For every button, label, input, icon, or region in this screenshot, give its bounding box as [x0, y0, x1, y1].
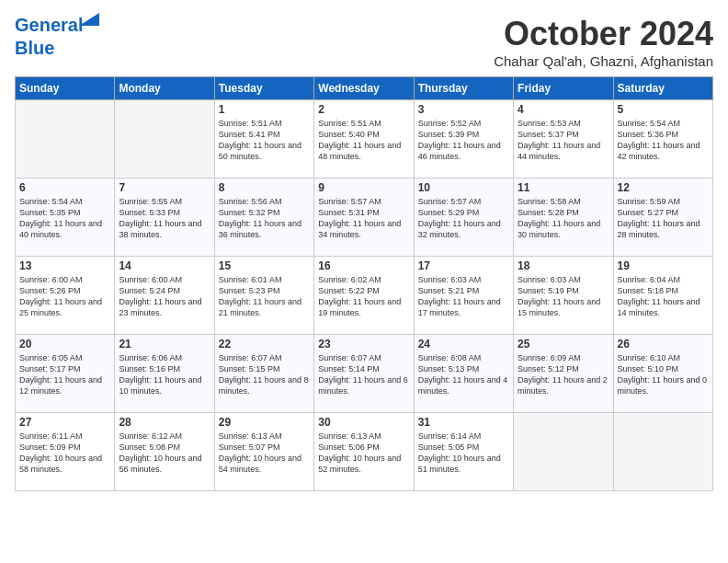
day-number: 22 — [219, 338, 310, 350]
day-number: 27 — [19, 416, 110, 429]
day-header-sunday: Sunday — [16, 77, 115, 100]
calendar-cell — [514, 413, 613, 491]
calendar-week-5: 27Sunrise: 6:11 AMSunset: 5:09 PMDayligh… — [16, 413, 713, 491]
svg-marker-0 — [79, 13, 99, 26]
calendar-cell: 5Sunrise: 5:54 AMSunset: 5:36 PMDaylight… — [613, 100, 712, 178]
day-info: Sunrise: 6:13 AMSunset: 5:07 PMDaylight:… — [219, 431, 310, 476]
day-number: 18 — [518, 259, 609, 272]
logo: General Blue — [15, 15, 83, 59]
calendar-cell: 22Sunrise: 6:07 AMSunset: 5:15 PMDayligh… — [214, 335, 313, 413]
calendar-cell: 19Sunrise: 6:04 AMSunset: 5:18 PMDayligh… — [613, 257, 712, 335]
day-info: Sunrise: 6:12 AMSunset: 5:08 PMDaylight:… — [119, 431, 210, 476]
calendar-cell: 31Sunrise: 6:14 AMSunset: 5:05 PMDayligh… — [414, 413, 513, 491]
day-number: 9 — [318, 181, 409, 194]
calendar-cell: 10Sunrise: 5:57 AMSunset: 5:29 PMDayligh… — [414, 178, 513, 257]
calendar-cell: 18Sunrise: 6:03 AMSunset: 5:19 PMDayligh… — [514, 257, 613, 335]
day-info: Sunrise: 6:04 AMSunset: 5:18 PMDaylight:… — [618, 274, 709, 319]
day-info: Sunrise: 5:59 AMSunset: 5:27 PMDaylight:… — [618, 196, 709, 241]
day-info: Sunrise: 5:53 AMSunset: 5:37 PMDaylight:… — [518, 118, 609, 163]
day-info: Sunrise: 5:52 AMSunset: 5:39 PMDaylight:… — [418, 118, 509, 163]
day-info: Sunrise: 5:57 AMSunset: 5:31 PMDaylight:… — [318, 196, 409, 241]
day-number: 20 — [19, 338, 110, 350]
calendar-cell: 4Sunrise: 5:53 AMSunset: 5:37 PMDaylight… — [514, 100, 613, 178]
day-number: 24 — [418, 338, 509, 350]
day-info: Sunrise: 6:05 AMSunset: 5:17 PMDaylight:… — [19, 352, 110, 397]
day-info: Sunrise: 5:55 AMSunset: 5:33 PMDaylight:… — [119, 196, 210, 241]
day-number: 12 — [618, 181, 709, 194]
day-number: 28 — [119, 416, 210, 429]
calendar-cell: 13Sunrise: 6:00 AMSunset: 5:26 PMDayligh… — [16, 257, 115, 335]
day-info: Sunrise: 6:03 AMSunset: 5:19 PMDaylight:… — [518, 274, 609, 319]
logo-blue: Blue — [15, 38, 54, 58]
calendar-week-3: 13Sunrise: 6:00 AMSunset: 5:26 PMDayligh… — [16, 257, 713, 335]
day-info: Sunrise: 5:54 AMSunset: 5:36 PMDaylight:… — [618, 118, 709, 163]
location: Chahar Qal'ah, Ghazni, Afghanistan — [494, 53, 713, 69]
calendar-cell: 17Sunrise: 6:03 AMSunset: 5:21 PMDayligh… — [414, 257, 513, 335]
day-info: Sunrise: 6:02 AMSunset: 5:22 PMDaylight:… — [318, 274, 409, 319]
day-number: 2 — [318, 103, 409, 116]
day-number: 29 — [219, 416, 310, 429]
calendar-cell — [115, 100, 214, 178]
calendar-cell: 30Sunrise: 6:13 AMSunset: 5:06 PMDayligh… — [314, 413, 414, 491]
day-number: 30 — [318, 416, 409, 429]
day-number: 10 — [418, 181, 509, 194]
calendar-week-4: 20Sunrise: 6:05 AMSunset: 5:17 PMDayligh… — [16, 335, 713, 413]
calendar-cell: 27Sunrise: 6:11 AMSunset: 5:09 PMDayligh… — [16, 413, 115, 491]
calendar-cell — [16, 100, 115, 178]
calendar-header-row: SundayMondayTuesdayWednesdayThursdayFrid… — [16, 77, 713, 100]
day-info: Sunrise: 6:01 AMSunset: 5:23 PMDaylight:… — [219, 274, 310, 319]
day-info: Sunrise: 6:07 AMSunset: 5:15 PMDaylight:… — [219, 352, 310, 397]
calendar-cell: 12Sunrise: 5:59 AMSunset: 5:27 PMDayligh… — [613, 178, 712, 257]
calendar-table: SundayMondayTuesdayWednesdayThursdayFrid… — [15, 76, 713, 491]
calendar-cell: 7Sunrise: 5:55 AMSunset: 5:33 PMDaylight… — [115, 178, 214, 257]
day-number: 8 — [219, 181, 310, 194]
day-info: Sunrise: 6:13 AMSunset: 5:06 PMDaylight:… — [318, 431, 409, 476]
day-info: Sunrise: 6:10 AMSunset: 5:10 PMDaylight:… — [618, 352, 709, 397]
calendar-cell: 2Sunrise: 5:51 AMSunset: 5:40 PMDaylight… — [314, 100, 414, 178]
day-info: Sunrise: 5:54 AMSunset: 5:35 PMDaylight:… — [19, 196, 110, 241]
day-info: Sunrise: 5:58 AMSunset: 5:28 PMDaylight:… — [518, 196, 609, 241]
page-header: General Blue October 2024 Chahar Qal'ah,… — [15, 15, 713, 69]
day-number: 3 — [418, 103, 509, 116]
logo-wing-icon — [79, 13, 99, 26]
day-number: 11 — [518, 181, 609, 194]
calendar-cell: 3Sunrise: 5:52 AMSunset: 5:39 PMDaylight… — [414, 100, 513, 178]
day-number: 13 — [19, 259, 110, 272]
day-header-thursday: Thursday — [414, 77, 513, 100]
day-number: 17 — [418, 259, 509, 272]
day-number: 26 — [618, 338, 709, 350]
day-number: 23 — [318, 338, 409, 350]
calendar-cell: 11Sunrise: 5:58 AMSunset: 5:28 PMDayligh… — [514, 178, 613, 257]
calendar-cell: 8Sunrise: 5:56 AMSunset: 5:32 PMDaylight… — [214, 178, 313, 257]
day-number: 19 — [618, 259, 709, 272]
calendar-cell: 29Sunrise: 6:13 AMSunset: 5:07 PMDayligh… — [214, 413, 313, 491]
day-number: 15 — [219, 259, 310, 272]
day-number: 25 — [518, 338, 609, 350]
day-number: 4 — [518, 103, 609, 116]
day-info: Sunrise: 6:06 AMSunset: 5:16 PMDaylight:… — [119, 352, 210, 397]
day-info: Sunrise: 6:11 AMSunset: 5:09 PMDaylight:… — [19, 431, 110, 476]
day-info: Sunrise: 6:00 AMSunset: 5:26 PMDaylight:… — [19, 274, 110, 319]
title-block: October 2024 Chahar Qal'ah, Ghazni, Afgh… — [494, 15, 713, 69]
day-number: 7 — [119, 181, 210, 194]
calendar-cell — [613, 413, 712, 491]
day-number: 21 — [119, 338, 210, 350]
calendar-cell: 16Sunrise: 6:02 AMSunset: 5:22 PMDayligh… — [314, 257, 414, 335]
day-header-tuesday: Tuesday — [214, 77, 313, 100]
day-header-saturday: Saturday — [613, 77, 712, 100]
month-title: October 2024 — [494, 15, 713, 53]
calendar-cell: 6Sunrise: 5:54 AMSunset: 5:35 PMDaylight… — [16, 178, 115, 257]
calendar-cell: 24Sunrise: 6:08 AMSunset: 5:13 PMDayligh… — [414, 335, 513, 413]
day-number: 14 — [119, 259, 210, 272]
day-number: 1 — [219, 103, 310, 116]
day-info: Sunrise: 5:56 AMSunset: 5:32 PMDaylight:… — [219, 196, 310, 241]
calendar-cell: 1Sunrise: 5:51 AMSunset: 5:41 PMDaylight… — [214, 100, 313, 178]
day-info: Sunrise: 6:09 AMSunset: 5:12 PMDaylight:… — [518, 352, 609, 397]
calendar-cell: 28Sunrise: 6:12 AMSunset: 5:08 PMDayligh… — [115, 413, 214, 491]
day-info: Sunrise: 5:51 AMSunset: 5:41 PMDaylight:… — [219, 118, 310, 163]
day-number: 16 — [318, 259, 409, 272]
day-info: Sunrise: 6:03 AMSunset: 5:21 PMDaylight:… — [418, 274, 509, 319]
calendar-cell: 9Sunrise: 5:57 AMSunset: 5:31 PMDaylight… — [314, 178, 414, 257]
day-info: Sunrise: 5:57 AMSunset: 5:29 PMDaylight:… — [418, 196, 509, 241]
day-number: 31 — [418, 416, 509, 429]
